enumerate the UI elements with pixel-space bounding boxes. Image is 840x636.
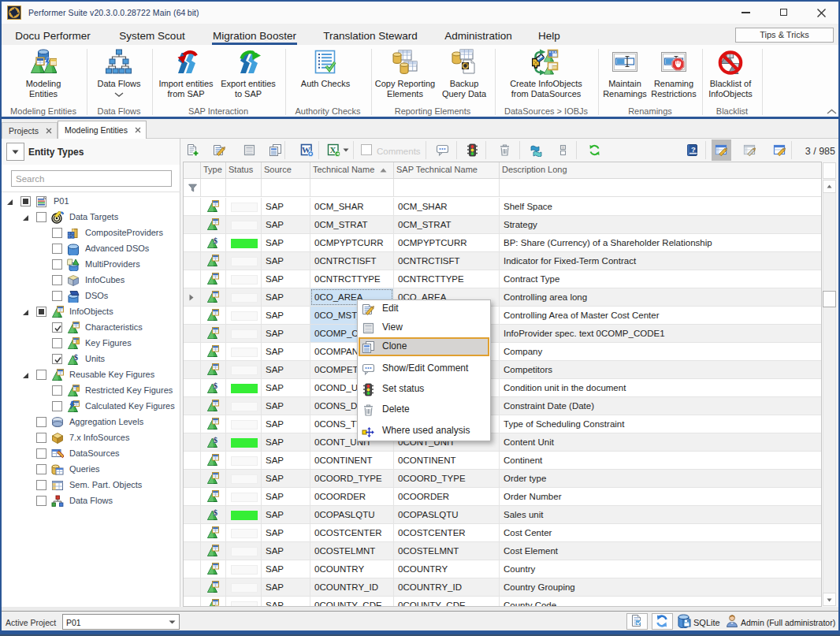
svg-text:$: $ (214, 381, 217, 390)
svg-text:$: $ (214, 436, 217, 444)
svg-text:$: $ (214, 236, 217, 245)
svg-text:?: ? (691, 145, 696, 154)
svg-text:$: $ (214, 508, 217, 517)
svg-text:$: $ (74, 353, 78, 362)
